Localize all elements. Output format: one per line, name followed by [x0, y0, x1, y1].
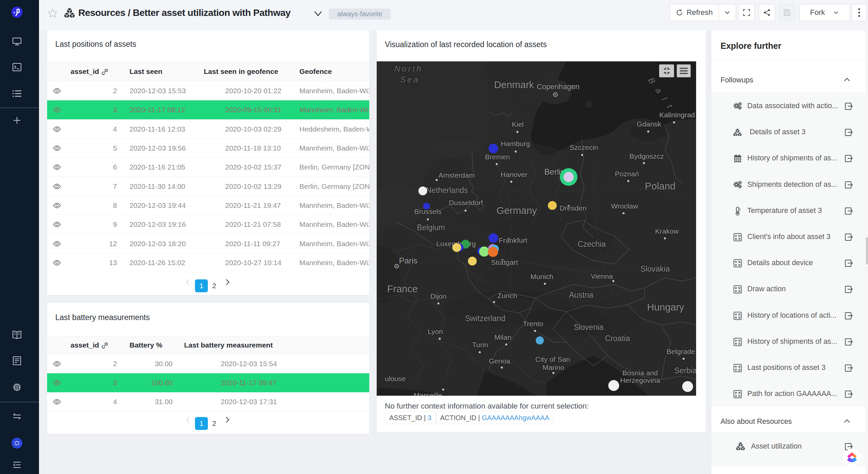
svg-text:Turin: Turin	[472, 341, 488, 349]
svg-text:Denmark: Denmark	[494, 79, 534, 90]
svg-text:Dresden: Dresden	[559, 204, 586, 212]
svg-text:France: France	[387, 283, 418, 294]
svg-text:Dijon: Dijon	[430, 292, 447, 300]
svg-text:Frankfurt: Frankfurt	[499, 236, 527, 244]
svg-text:Amsterdam: Amsterdam	[438, 171, 475, 179]
svg-text:Sea: Sea	[400, 75, 420, 84]
svg-text:Slovakia: Slovakia	[640, 264, 670, 273]
svg-text:Kiel: Kiel	[512, 120, 524, 128]
svg-text:Krakow: Krakow	[655, 227, 679, 235]
svg-text:Marseille: Marseille	[414, 391, 442, 396]
svg-text:Genoa: Genoa	[489, 357, 510, 365]
svg-text:Szczecin: Szczecin	[570, 143, 598, 151]
svg-text:Bydgoszcz: Bydgoszcz	[629, 152, 664, 160]
svg-text:Kaliningrad: Kaliningrad	[659, 111, 695, 119]
svg-text:Hamburg: Hamburg	[501, 140, 530, 147]
svg-text:Poznań: Poznań	[615, 170, 639, 178]
svg-text:Trento: Trento	[523, 320, 543, 328]
svg-text:ulouse: ulouse	[385, 375, 406, 382]
svg-text:Marino: Marino	[542, 363, 564, 371]
svg-text:Copenhagen: Copenhagen	[537, 82, 579, 91]
svg-text:Belgrade: Belgrade	[667, 348, 695, 355]
svg-text:North: North	[394, 64, 423, 73]
svg-text:City of San: City of San	[535, 355, 570, 363]
svg-text:Serbia: Serbia	[674, 366, 696, 375]
svg-text:Czechia: Czechia	[577, 240, 606, 249]
svg-text:Poland: Poland	[645, 181, 675, 192]
svg-text:Slovenia: Slovenia	[574, 323, 604, 332]
svg-text:Lyon: Lyon	[428, 328, 443, 335]
svg-text:Bosnia and: Bosnia and	[622, 369, 658, 377]
svg-text:Vienna: Vienna	[591, 272, 613, 280]
svg-text:Croatia: Croatia	[605, 334, 630, 343]
svg-text:Germany: Germany	[496, 205, 537, 216]
svg-text:Hungary: Hungary	[647, 302, 684, 313]
svg-text:Wrocław: Wrocław	[611, 202, 638, 210]
svg-text:Dusseldorf: Dusseldorf	[449, 199, 483, 206]
svg-text:Herzegovina: Herzegovina	[620, 376, 660, 384]
svg-text:Gdansk: Gdansk	[637, 120, 662, 128]
svg-text:Munich: Munich	[530, 273, 553, 280]
svg-text:Milan: Milan	[494, 333, 511, 341]
svg-text:Hanover: Hanover	[500, 171, 527, 178]
svg-text:Switzerland: Switzerland	[465, 314, 506, 323]
svg-text:Belgium: Belgium	[417, 223, 445, 232]
svg-text:Bremen: Bremen	[485, 153, 510, 161]
svg-text:Stuttgart: Stuttgart	[491, 258, 518, 266]
svg-text:Zurich: Zurich	[497, 292, 517, 299]
svg-text:Netherlands: Netherlands	[426, 186, 468, 195]
svg-text:Austria: Austria	[569, 291, 593, 299]
svg-text:Paris: Paris	[399, 256, 418, 265]
